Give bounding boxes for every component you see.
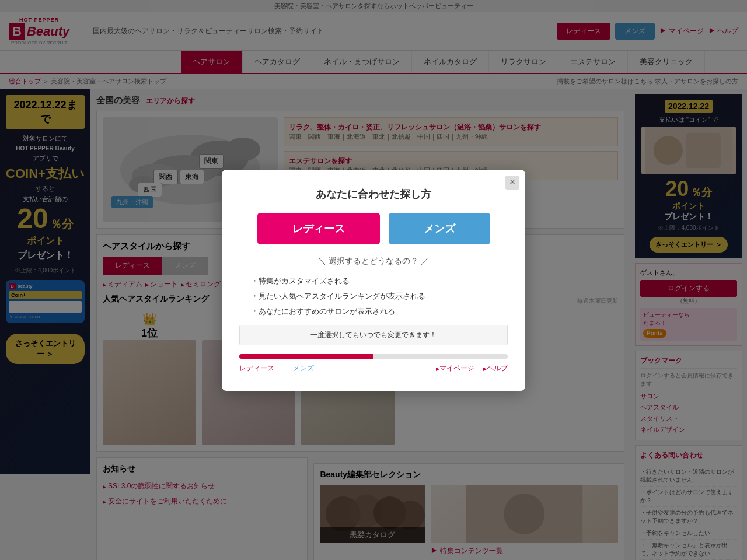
modal-subtitle: ＼ 選択するとどうなるの？ ／ (239, 256, 508, 267)
modal-note: 一度選択してもいつでも変更できます！ (239, 325, 508, 345)
modal-footer-ladies[interactable]: レディース (239, 363, 274, 373)
modal-title: あなたに合わせた探し方 (239, 187, 508, 201)
modal-points: 特集がカスタマイズされる 見たい人気ヘアスタイルランキングが表示される あなたに… (239, 274, 508, 319)
modal-footer-sep (280, 363, 287, 373)
modal-progress-bar (239, 354, 508, 359)
close-icon: × (509, 176, 516, 188)
modal-buttons: レディース メンズ (239, 213, 508, 244)
modal-progress-fill (239, 354, 374, 359)
modal-box: × あなたに合わせた探し方 レディース メンズ ＼ 選択するとどうなるの？ ／ … (222, 170, 525, 391)
modal-overlay[interactable]: × あなたに合わせた探し方 レディース メンズ ＼ 選択するとどうなるの？ ／ … (0, 0, 747, 560)
modal-mens-button[interactable]: メンズ (389, 213, 490, 244)
modal-help-link[interactable]: ヘルプ (483, 363, 508, 373)
modal-footer-gender: レディース メンズ (239, 363, 314, 373)
modal-point-2: 見たい人気ヘアスタイルランキングが表示される (251, 289, 508, 304)
modal-footer-mens[interactable]: メンズ (293, 363, 314, 373)
modal-point-3: あなたにおすすめのサロンが表示される (251, 304, 508, 319)
modal-point-1: 特集がカスタマイズされる (251, 274, 508, 289)
modal-footer: レディース メンズ マイページ ヘルプ (239, 363, 508, 373)
modal-mypage-link[interactable]: マイページ (436, 363, 474, 373)
modal-footer-links: マイページ ヘルプ (436, 363, 508, 373)
modal-ladies-button[interactable]: レディース (257, 213, 380, 244)
modal-close-button[interactable]: × (505, 176, 519, 190)
